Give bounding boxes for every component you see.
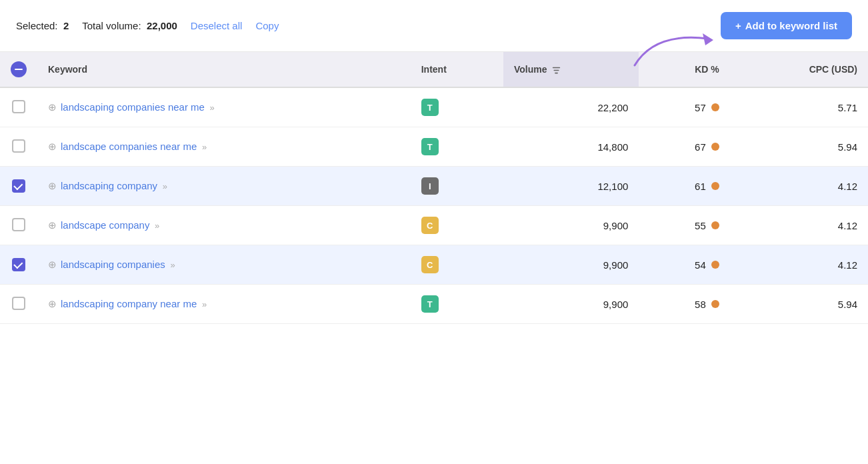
keyword-plus-icon: ⊕	[48, 101, 57, 113]
header-kd: KD %	[639, 52, 729, 87]
row-keyword: ⊕landscape companies near me »	[37, 127, 411, 167]
deselect-all-icon[interactable]	[11, 61, 27, 77]
table-row: ⊕landscaping company near me »T9,900585.…	[0, 285, 868, 324]
selected-count-value: 2	[63, 20, 69, 31]
row-intent: C	[411, 206, 503, 245]
row-kd: 55	[639, 206, 729, 245]
row-keyword: ⊕landscaping company near me »	[37, 285, 411, 324]
row-keyword: ⊕landscape company »	[37, 206, 411, 245]
keyword-chevron-icon: »	[207, 103, 215, 113]
row-volume: 14,800	[503, 127, 639, 167]
kd-value: 58	[695, 299, 706, 310]
row-keyword: ⊕landscaping company »	[37, 167, 411, 206]
row-intent: T	[411, 285, 503, 324]
keyword-chevron-icon: »	[199, 142, 207, 152]
keyword-plus-icon: ⊕	[48, 298, 57, 309]
svg-rect-2	[554, 69, 559, 71]
row-kd: 61	[639, 167, 729, 206]
svg-rect-3	[555, 73, 558, 74]
header-checkbox-cell[interactable]	[0, 52, 37, 87]
row-kd: 67	[639, 127, 729, 167]
svg-rect-1	[553, 67, 560, 68]
row-checkbox[interactable]	[12, 139, 25, 153]
row-intent: I	[411, 167, 503, 206]
header-cpc: CPC (USD)	[730, 52, 868, 87]
row-volume: 9,900	[503, 206, 639, 245]
intent-badge: T	[421, 295, 439, 313]
intent-badge: C	[421, 256, 439, 273]
row-cpc: 5.94	[730, 285, 868, 324]
row-checkbox[interactable]	[12, 297, 25, 310]
keyword-plus-icon: ⊕	[48, 180, 57, 191]
row-cpc: 4.12	[730, 167, 868, 206]
keyword-plus-icon: ⊕	[48, 219, 57, 231]
intent-badge: T	[421, 138, 439, 155]
row-volume: 22,200	[503, 87, 639, 127]
row-intent: T	[411, 87, 503, 127]
keyword-text[interactable]: landscaping companies near me	[61, 101, 205, 113]
deselect-all-link[interactable]: Deselect all	[191, 20, 243, 31]
row-checkbox[interactable]	[12, 179, 25, 193]
row-cpc: 5.94	[730, 127, 868, 167]
kd-value: 55	[695, 220, 706, 231]
header-keyword: Keyword	[37, 52, 411, 87]
add-to-keyword-list-button[interactable]: + Add to keyword list	[721, 12, 852, 39]
keyword-chevron-icon: »	[152, 221, 159, 231]
table-row: ⊕landscaping companies »C9,900544.12	[0, 245, 868, 285]
row-checkbox[interactable]	[12, 100, 25, 113]
row-checkbox-cell[interactable]	[0, 245, 37, 285]
keyword-text[interactable]: landscaping companies	[61, 259, 165, 270]
keyword-chevron-icon: »	[160, 181, 167, 191]
row-cpc: 4.12	[730, 206, 868, 245]
selected-count-label: Selected: 2	[16, 20, 69, 31]
keyword-text[interactable]: landscaping company	[61, 180, 157, 191]
top-bar: Selected: 2 Total volume: 22,000 Deselec…	[0, 0, 868, 52]
row-checkbox-cell[interactable]	[0, 127, 37, 167]
row-kd: 54	[639, 245, 729, 285]
kd-value: 54	[695, 259, 706, 271]
kd-value: 67	[695, 141, 706, 153]
row-intent: T	[411, 127, 503, 167]
keyword-plus-icon: ⊕	[48, 259, 57, 270]
row-volume: 9,900	[503, 245, 639, 285]
add-btn-label: Add to keyword list	[745, 20, 837, 31]
kd-difficulty-dot	[711, 143, 719, 151]
add-btn-icon: +	[735, 20, 741, 31]
keyword-plus-icon: ⊕	[48, 141, 57, 152]
intent-badge: C	[421, 217, 439, 234]
row-checkbox-cell[interactable]	[0, 285, 37, 324]
row-checkbox[interactable]	[12, 218, 25, 231]
kd-difficulty-dot	[711, 261, 719, 269]
row-cpc: 5.71	[730, 87, 868, 127]
keyword-table-wrap: Keyword Intent Volume K	[0, 52, 868, 324]
row-volume: 9,900	[503, 285, 639, 324]
kd-difficulty-dot	[711, 221, 719, 229]
kd-difficulty-dot	[711, 182, 719, 190]
row-kd: 57	[639, 87, 729, 127]
table-header-row: Keyword Intent Volume K	[0, 52, 868, 87]
total-volume-value: 22,000	[147, 20, 177, 31]
row-checkbox-cell[interactable]	[0, 87, 37, 127]
kd-value: 61	[695, 181, 706, 192]
table-row: ⊕landscape company »C9,900554.12	[0, 206, 868, 245]
header-volume[interactable]: Volume	[503, 52, 639, 87]
row-keyword: ⊕landscaping companies near me »	[37, 87, 411, 127]
svg-marker-0	[703, 33, 713, 45]
row-checkbox-cell[interactable]	[0, 167, 37, 206]
header-intent: Intent	[411, 52, 503, 87]
table-row: ⊕landscaping company »I12,100614.12	[0, 167, 868, 206]
intent-badge: I	[421, 177, 439, 195]
row-checkbox[interactable]	[12, 258, 25, 271]
copy-link[interactable]: Copy	[255, 20, 279, 31]
row-intent: C	[411, 245, 503, 285]
volume-filter-icon[interactable]	[552, 66, 561, 75]
intent-badge: T	[421, 99, 439, 116]
keyword-text[interactable]: landscaping company near me	[61, 298, 197, 309]
row-kd: 58	[639, 285, 729, 324]
keyword-chevron-icon: »	[199, 299, 207, 309]
row-checkbox-cell[interactable]	[0, 206, 37, 245]
row-cpc: 4.12	[730, 245, 868, 285]
row-keyword: ⊕landscaping companies »	[37, 245, 411, 285]
keyword-text[interactable]: landscape company	[61, 219, 149, 231]
keyword-text[interactable]: landscape companies near me	[61, 141, 197, 152]
